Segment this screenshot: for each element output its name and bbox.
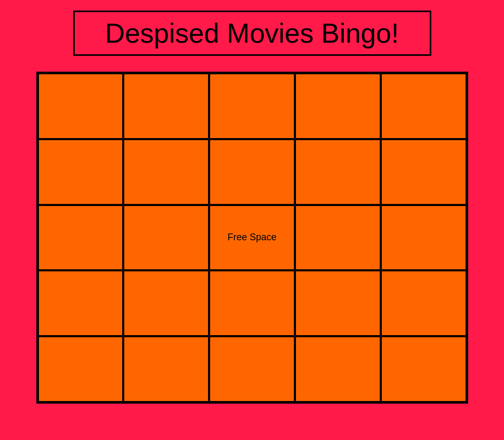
bingo-cell[interactable] [295,139,381,205]
bingo-cell[interactable] [295,336,381,402]
bingo-cell[interactable] [381,270,467,336]
title-container: Despised Movies Bingo! [73,11,431,56]
bingo-board: Free Space [36,72,468,404]
bingo-cell[interactable] [123,205,209,271]
bingo-cell[interactable] [38,139,124,205]
bingo-cell[interactable] [38,73,124,139]
bingo-cell[interactable] [381,205,467,271]
bingo-cell[interactable] [123,270,209,336]
bingo-cell[interactable] [209,139,295,205]
bingo-cell[interactable] [381,139,467,205]
bingo-cell[interactable] [295,205,381,271]
free-space-cell[interactable]: Free Space [209,205,295,271]
bingo-cell[interactable] [209,336,295,402]
bingo-cell[interactable] [381,73,467,139]
bingo-cell[interactable] [209,270,295,336]
bingo-cell[interactable] [209,73,295,139]
bingo-cell[interactable] [123,336,209,402]
bingo-cell[interactable] [38,205,124,271]
bingo-cell[interactable] [295,73,381,139]
bingo-cell[interactable] [295,270,381,336]
bingo-cell[interactable] [381,336,467,402]
page-title: Despised Movies Bingo! [96,17,409,49]
bingo-cell[interactable] [123,73,209,139]
bingo-cell[interactable] [38,336,124,402]
bingo-cell[interactable] [123,139,209,205]
bingo-cell[interactable] [38,270,124,336]
